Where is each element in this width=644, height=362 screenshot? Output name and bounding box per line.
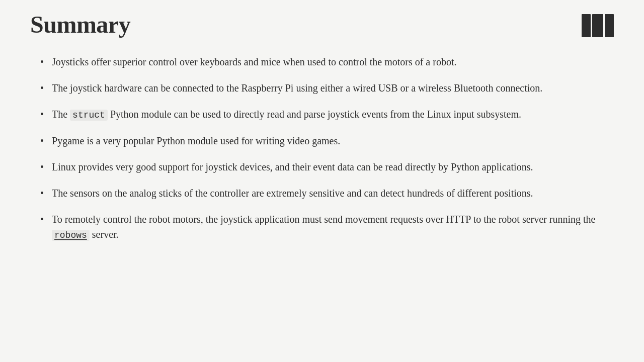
bullet-text-4: Pygame is a very popular Python module u…: [52, 133, 614, 148]
struct-code: struct: [70, 110, 108, 121]
list-item: The joystick hardware can be connected t…: [40, 80, 614, 96]
logo-bar-left: [582, 14, 591, 37]
bullet-text-3: The struct Python module can be used to …: [52, 107, 614, 122]
medium-logo: [582, 14, 614, 37]
list-item: To remotely control the robot motors, th…: [40, 212, 614, 242]
list-item: The struct Python module can be used to …: [40, 107, 614, 122]
bullet-text-5: Linux provides very good support for joy…: [52, 159, 614, 174]
page-container: Summary Joysticks offer superior control…: [0, 0, 644, 362]
bullet-text-6: The sensors on the analog sticks of the …: [52, 186, 614, 201]
list-item: Linux provides very good support for joy…: [40, 159, 614, 174]
robows-code: robows: [52, 230, 90, 241]
list-item: The sensors on the analog sticks of the …: [40, 186, 614, 201]
bullet-text-1: Joysticks offer superior control over ke…: [52, 54, 614, 69]
bullet-text-7: To remotely control the robot motors, th…: [52, 212, 614, 242]
page-title: Summary: [30, 10, 130, 39]
logo-bar-right: [605, 14, 614, 37]
bullet-list: Joysticks offer superior control over ke…: [40, 54, 614, 242]
content-area: Joysticks offer superior control over ke…: [30, 54, 614, 242]
header: Summary: [30, 10, 614, 39]
list-item: Pygame is a very popular Python module u…: [40, 133, 614, 148]
bullet-text-2: The joystick hardware can be connected t…: [52, 80, 614, 96]
logo-bar-middle: [592, 14, 603, 37]
list-item: Joysticks offer superior control over ke…: [40, 54, 614, 69]
